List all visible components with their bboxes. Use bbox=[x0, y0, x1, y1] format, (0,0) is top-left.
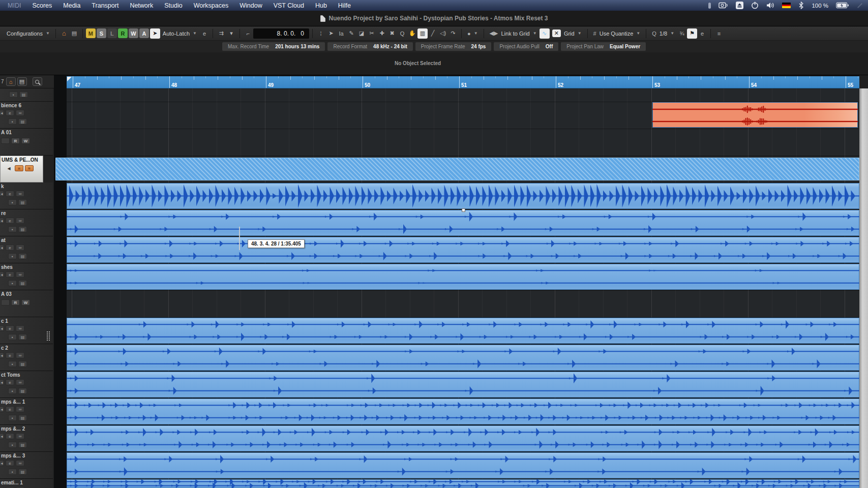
track-lanes-button[interactable]: ▤ bbox=[18, 199, 27, 205]
automation-write-button[interactable]: W bbox=[21, 138, 30, 144]
bluetooth-icon[interactable] bbox=[798, 2, 804, 9]
track-row-emati-1[interactable]: emati... 1◂e∞▪▤ bbox=[0, 479, 53, 488]
volume-icon[interactable] bbox=[766, 2, 774, 9]
track-monitor-button[interactable]: ▪ bbox=[8, 280, 17, 286]
comp-tool[interactable]: ▥ bbox=[417, 28, 428, 39]
track-monitor-button[interactable]: ▪ bbox=[8, 388, 17, 394]
track-speaker-button[interactable]: ◂ bbox=[0, 379, 4, 385]
track-monitor-button[interactable]: ▪ bbox=[8, 469, 17, 475]
audio-event[interactable] bbox=[67, 425, 859, 451]
vertical-scrollbar[interactable] bbox=[859, 88, 868, 488]
menu-workspaces[interactable]: Workspaces bbox=[194, 2, 229, 9]
quantize-panel-button[interactable]: e bbox=[697, 28, 707, 39]
menu-studio[interactable]: Studio bbox=[164, 2, 182, 9]
track-speaker-button[interactable]: ◂ bbox=[0, 352, 4, 358]
track-speaker-button[interactable]: ◂ bbox=[0, 325, 4, 331]
snap-toggle-button[interactable]: ∿ bbox=[540, 28, 550, 39]
track-row-a-01[interactable]: A 01RW bbox=[0, 129, 53, 156]
track-edit-button[interactable]: e bbox=[6, 191, 14, 197]
track-row-bience-6[interactable]: bience 6◂e∞▪▤ bbox=[0, 102, 53, 129]
track-link-button[interactable]: ∞ bbox=[16, 406, 24, 412]
track-edit-button[interactable]: e bbox=[6, 379, 14, 385]
audio-event[interactable] bbox=[67, 210, 859, 236]
alignment-button[interactable]: ≡ bbox=[714, 28, 724, 39]
track-row-at[interactable]: at◂e∞▪▤ bbox=[0, 236, 53, 263]
automation-read-button[interactable]: R bbox=[11, 138, 20, 144]
track-monitor-button[interactable]: ▪ bbox=[8, 361, 17, 367]
track-lanes-button[interactable]: ▤ bbox=[18, 469, 27, 475]
hand-tool[interactable]: ✋ bbox=[407, 28, 417, 39]
track-link-button[interactable]: ∞ bbox=[16, 460, 24, 466]
menu-network[interactable]: Network bbox=[130, 2, 153, 9]
magnifier-icon[interactable] bbox=[33, 77, 42, 86]
track-edit-button[interactable]: e bbox=[6, 218, 14, 224]
automation-mode-icon-button[interactable]: ➤ bbox=[150, 28, 160, 39]
track-monitor-button[interactable]: ▪ bbox=[8, 199, 17, 205]
track-row-ums-pe-on[interactable]: UMS & PE...ON◀=≈ bbox=[0, 156, 43, 182]
track-lanes-button[interactable]: ▤ bbox=[19, 92, 28, 98]
track-monitor-button[interactable]: ▪ bbox=[8, 442, 17, 448]
track-lanes-button[interactable]: ▤ bbox=[18, 442, 27, 448]
solo-state-button[interactable]: S bbox=[97, 28, 106, 38]
track-lanes-button[interactable]: ▤ bbox=[18, 388, 27, 394]
folder-collapse-button[interactable]: ◀ bbox=[5, 165, 13, 171]
event-handle[interactable] bbox=[462, 208, 465, 212]
track-link-button[interactable]: ∞ bbox=[16, 110, 24, 116]
folder-event-selected[interactable] bbox=[55, 158, 859, 180]
track-link-button[interactable]: ∞ bbox=[16, 271, 24, 278]
combine-selection-button[interactable]: ⁞ bbox=[316, 28, 326, 39]
write-state-button[interactable]: W bbox=[129, 28, 138, 38]
menu-transport[interactable]: Transport bbox=[92, 2, 118, 9]
track-speaker-button[interactable]: ◂ bbox=[0, 433, 4, 439]
track-lanes-button[interactable]: ▤ bbox=[18, 253, 27, 259]
battery-icon[interactable] bbox=[836, 2, 849, 9]
track-lanes-button[interactable]: ▤ bbox=[18, 415, 27, 421]
keyboard-layout-german-flag-icon[interactable] bbox=[782, 3, 791, 8]
punch-marker-button[interactable]: ⌐ bbox=[243, 28, 253, 39]
track-edit-button[interactable]: e bbox=[6, 271, 14, 278]
track-monitor-button[interactable]: ▪ bbox=[8, 334, 17, 340]
color-menu-dropdown[interactable]: ●▼ bbox=[465, 28, 481, 39]
track-lanes-button[interactable]: ▤ bbox=[18, 280, 27, 286]
audio-event-orange[interactable] bbox=[652, 102, 858, 128]
track-link-button[interactable]: ∞ bbox=[16, 325, 24, 331]
audiowarp-quantize-button[interactable]: ⚑ bbox=[687, 28, 697, 39]
divider-drag-handle[interactable] bbox=[47, 331, 50, 341]
track-lanes-button[interactable]: ▤ bbox=[18, 334, 27, 340]
autoscroll-options-caret[interactable]: ▾ bbox=[226, 28, 236, 39]
track-link-button[interactable]: ∞ bbox=[16, 218, 24, 224]
snap-type-dropdown[interactable]: ✕Grid▼ bbox=[550, 28, 584, 39]
audio-event[interactable] bbox=[67, 452, 859, 478]
configurations-dropdown[interactable]: Configurations▼ bbox=[4, 28, 52, 39]
track-edit-button[interactable]: e bbox=[6, 460, 14, 466]
track-row-ct-toms[interactable]: ct Toms◂e∞▪▤ bbox=[0, 371, 53, 398]
track-edit-button[interactable]: e bbox=[6, 433, 14, 439]
line-tool[interactable]: ╱ bbox=[428, 28, 438, 39]
tracklist-divider[interactable] bbox=[54, 75, 67, 488]
folder-group-button[interactable]: = bbox=[15, 165, 23, 171]
track-edit-button[interactable]: e bbox=[6, 406, 14, 412]
track-row-mps-2[interactable]: mps &... 2◂e∞▪▤ bbox=[0, 425, 53, 452]
scrub-tool[interactable]: ↷ bbox=[448, 28, 458, 39]
glue-tool[interactable]: ✚ bbox=[377, 28, 387, 39]
track-speaker-button[interactable]: ◂ bbox=[0, 271, 4, 278]
track-link-button[interactable]: ∞ bbox=[16, 352, 24, 358]
track-speaker-button[interactable]: ◂ bbox=[0, 110, 4, 116]
list-icon[interactable]: ▤ bbox=[17, 77, 27, 86]
track-speaker-button[interactable]: ◂ bbox=[0, 245, 4, 251]
audio-event[interactable] bbox=[67, 318, 859, 344]
eject-app-icon[interactable] bbox=[736, 2, 743, 9]
track-row-mps-3[interactable]: mps &... 3◂e∞▪▤ bbox=[0, 452, 53, 479]
track-row-c-2[interactable]: c 2◂e∞▪▤ bbox=[0, 344, 53, 371]
triplet-quantize-button[interactable]: ¾ bbox=[677, 28, 687, 39]
track-speaker-button[interactable]: ◂ bbox=[0, 218, 4, 224]
mute-state-button[interactable]: M bbox=[86, 28, 96, 38]
draw-tool[interactable]: ✎ bbox=[346, 28, 356, 39]
house-icon[interactable]: ⌂ bbox=[6, 77, 16, 86]
track-lanes-button[interactable]: ▤ bbox=[18, 226, 27, 232]
setup-list-button[interactable]: ▤ bbox=[69, 28, 79, 39]
track-lanes-button[interactable]: ▤ bbox=[18, 118, 27, 125]
track-monitor-button[interactable]: ▪ bbox=[8, 118, 17, 125]
erase-tool[interactable]: ◪ bbox=[356, 28, 367, 39]
track-link-button[interactable]: ∞ bbox=[16, 245, 24, 251]
